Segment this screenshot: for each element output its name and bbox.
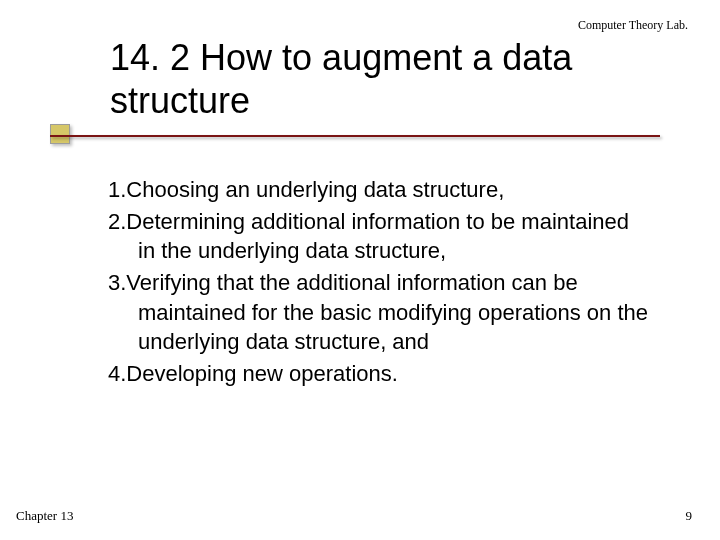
accent-square-icon	[50, 124, 70, 144]
list-item: 3.Verifying that the additional informat…	[108, 268, 650, 357]
numbered-list: 1.Choosing an underlying data structure,…	[108, 175, 650, 391]
list-item: 1.Choosing an underlying data structure,	[108, 175, 650, 205]
footer-page-number: 9	[686, 508, 693, 524]
header-lab-label: Computer Theory Lab.	[578, 18, 688, 33]
title-block: 14. 2 How to augment a data structure	[50, 36, 660, 122]
list-item-number: 2.	[108, 209, 126, 234]
list-item-number: 3.	[108, 270, 126, 295]
list-item: 2.Determining additional information to …	[108, 207, 650, 266]
slide-title: 14. 2 How to augment a data structure	[110, 36, 660, 122]
footer-chapter: Chapter 13	[16, 508, 73, 524]
list-item-text: Choosing an underlying data structure,	[126, 177, 504, 202]
title-underline	[50, 135, 660, 137]
list-item-text: Verifying that the additional informatio…	[126, 270, 648, 354]
list-item-number: 4.	[108, 361, 126, 386]
list-item: 4.Developing new operations.	[108, 359, 650, 389]
list-item-text: Determining additional information to be…	[126, 209, 629, 264]
list-item-number: 1.	[108, 177, 126, 202]
list-item-text: Developing new operations.	[126, 361, 398, 386]
